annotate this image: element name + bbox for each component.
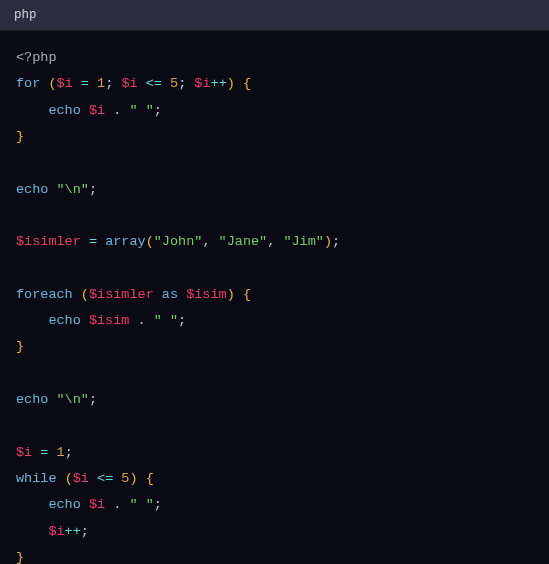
var-isimler: $isimler xyxy=(89,287,154,302)
paren-open: ( xyxy=(48,76,56,91)
php-open-tag: <?php xyxy=(16,50,57,65)
str-space: " " xyxy=(129,497,153,512)
semi: ; xyxy=(81,524,89,539)
semi: ; xyxy=(105,76,113,91)
var-isim: $isim xyxy=(186,287,227,302)
semi: ; xyxy=(178,76,186,91)
op-concat: . xyxy=(113,497,121,512)
keyword-echo: echo xyxy=(16,182,48,197)
str-john: "John" xyxy=(154,234,203,249)
var-i: $i xyxy=(89,103,105,118)
brace-close: } xyxy=(16,550,24,564)
var-i: $i xyxy=(73,471,89,486)
op-concat: . xyxy=(138,313,146,328)
var-i: $i xyxy=(89,497,105,512)
str-newline: "\n" xyxy=(57,182,89,197)
keyword-while: while xyxy=(16,471,57,486)
op-le: <= xyxy=(146,76,162,91)
keyword-for: for xyxy=(16,76,40,91)
semi: ; xyxy=(65,445,73,460)
paren-close: ) xyxy=(227,76,235,91)
semi: ; xyxy=(332,234,340,249)
code-block: <?php for ($i = 1; $i <= 5; $i++) { echo… xyxy=(0,31,549,564)
brace-close: } xyxy=(16,339,24,354)
paren-close: ) xyxy=(227,287,235,302)
var-i: $i xyxy=(16,445,32,460)
keyword-echo: echo xyxy=(48,497,80,512)
language-label: php xyxy=(14,8,37,22)
op-inc: ++ xyxy=(65,524,81,539)
str-space: " " xyxy=(129,103,153,118)
op-inc: ++ xyxy=(211,76,227,91)
keyword-echo: echo xyxy=(16,392,48,407)
paren-close: ) xyxy=(324,234,332,249)
str-newline: "\n" xyxy=(57,392,89,407)
paren-open: ( xyxy=(146,234,154,249)
keyword-foreach: foreach xyxy=(16,287,73,302)
num-5: 5 xyxy=(170,76,178,91)
op-assign: = xyxy=(89,234,97,249)
semi: ; xyxy=(89,392,97,407)
paren-open: ( xyxy=(65,471,73,486)
num-1: 1 xyxy=(57,445,65,460)
brace-open: { xyxy=(243,76,251,91)
semi: ; xyxy=(154,497,162,512)
semi: ; xyxy=(154,103,162,118)
var-i: $i xyxy=(121,76,137,91)
language-header: php xyxy=(0,0,549,31)
op-le: <= xyxy=(97,471,113,486)
var-i: $i xyxy=(57,76,73,91)
keyword-as: as xyxy=(162,287,178,302)
brace-close: } xyxy=(16,129,24,144)
var-i: $i xyxy=(48,524,64,539)
var-i: $i xyxy=(194,76,210,91)
semi: ; xyxy=(89,182,97,197)
str-jim: "Jim" xyxy=(283,234,324,249)
comma: , xyxy=(267,234,275,249)
paren-close: ) xyxy=(129,471,137,486)
op-assign: = xyxy=(40,445,48,460)
op-concat: . xyxy=(113,103,121,118)
keyword-echo: echo xyxy=(48,103,80,118)
comma: , xyxy=(202,234,210,249)
op-assign: = xyxy=(81,76,89,91)
fn-array: array xyxy=(105,234,146,249)
var-isimler: $isimler xyxy=(16,234,81,249)
paren-open: ( xyxy=(81,287,89,302)
brace-open: { xyxy=(146,471,154,486)
var-isim: $isim xyxy=(89,313,130,328)
brace-open: { xyxy=(243,287,251,302)
str-jane: "Jane" xyxy=(219,234,268,249)
num-1: 1 xyxy=(97,76,105,91)
semi: ; xyxy=(178,313,186,328)
keyword-echo: echo xyxy=(48,313,80,328)
str-space: " " xyxy=(154,313,178,328)
